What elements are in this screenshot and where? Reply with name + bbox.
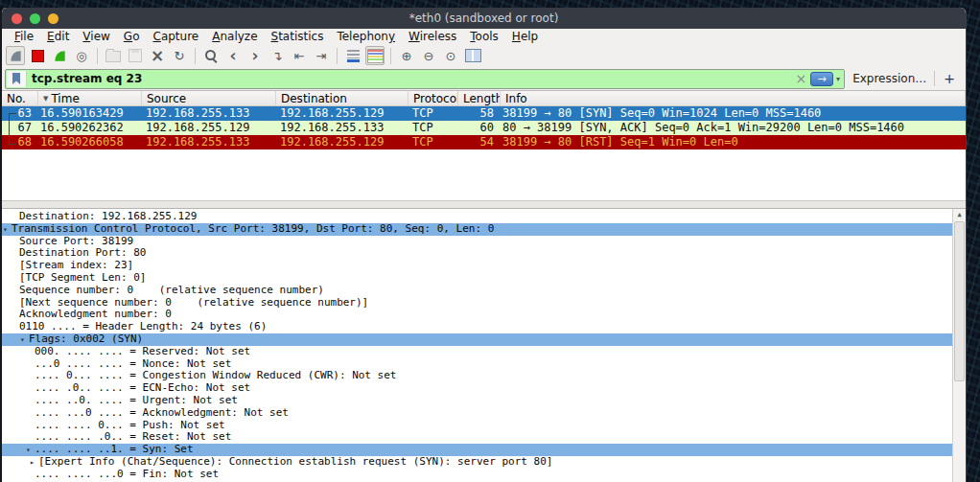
- menu-statistics[interactable]: Statistics: [265, 30, 331, 43]
- detail-row[interactable]: ▾.... .... ..1. = Syn: Set: [2, 444, 953, 456]
- menu-tools[interactable]: Tools: [463, 30, 505, 43]
- save-capture-icon[interactable]: [126, 46, 145, 65]
- expand-toggle-icon[interactable]: ▸: [30, 457, 35, 468]
- detail-row[interactable]: .... .... 0... = Push: Not set: [2, 420, 953, 432]
- details-scrollbar[interactable]: ▲: [952, 209, 966, 482]
- detail-text: 000. .... .... = Reserved: Not set: [35, 346, 250, 357]
- titlebar[interactable]: *eth0 (sandboxed or root): [2, 8, 966, 29]
- find-packet-icon[interactable]: [201, 46, 221, 65]
- cell-no: 67: [2, 121, 38, 135]
- add-filter-button[interactable]: +: [940, 71, 963, 86]
- column-header-info[interactable]: Info: [501, 91, 966, 105]
- close-capture-icon[interactable]: ×: [148, 46, 167, 65]
- next-packet-icon[interactable]: ›: [245, 46, 265, 65]
- toolbar-separator: [195, 48, 196, 64]
- collapse-toggle-icon[interactable]: ▾: [3, 224, 8, 235]
- restart-capture-icon[interactable]: [50, 46, 69, 65]
- detail-row[interactable]: .... 0... .... = Congestion Window Reduc…: [2, 370, 953, 382]
- cell-no: 63: [2, 106, 38, 121]
- zoom-100-icon[interactable]: ⊙: [441, 46, 460, 65]
- detail-row[interactable]: ...0 .... .... = Nonce: Not set: [2, 358, 953, 371]
- packet-row-63[interactable]: 6316.590163429192.168.255.133192.168.255…: [2, 106, 966, 121]
- resize-columns-icon[interactable]: [463, 46, 482, 65]
- detail-row[interactable]: Destination Port: 80: [2, 247, 953, 260]
- filter-dropdown-icon[interactable]: ▾: [835, 75, 844, 83]
- detail-text: .... 0... .... = Congestion Window Reduc…: [35, 370, 397, 381]
- detail-row[interactable]: .... ...0 .... = Acknowledgment: Not set: [2, 407, 953, 420]
- menu-edit[interactable]: Edit: [40, 30, 76, 43]
- filter-clear-icon[interactable]: ×: [791, 71, 810, 87]
- stop-capture-icon[interactable]: [28, 46, 47, 65]
- column-header-protocol[interactable]: Protocol: [408, 91, 458, 105]
- menu-analyze[interactable]: Analyze: [205, 30, 264, 43]
- detail-text: [Expert Info (Chat/Sequence): Connection…: [38, 456, 552, 468]
- packet-row-68[interactable]: 6816.590266058192.168.255.133192.168.255…: [2, 135, 966, 149]
- zoom-out-icon[interactable]: ⊖: [419, 46, 438, 65]
- detail-row[interactable]: 000. .... .... = Reserved: Not set: [2, 346, 953, 358]
- menu-wireless[interactable]: Wireless: [402, 30, 463, 43]
- sort-indicator-icon: ▼: [43, 95, 48, 103]
- detail-row[interactable]: [Stream index: 23]: [2, 260, 953, 272]
- detail-row[interactable]: ▾Transmission Control Protocol, Src Port…: [2, 223, 953, 236]
- go-to-packet-icon[interactable]: ↴: [268, 46, 287, 65]
- filter-apply-icon[interactable]: →: [810, 72, 833, 86]
- open-capture-icon[interactable]: [104, 46, 123, 65]
- column-header-destination[interactable]: Destination: [276, 91, 408, 105]
- column-header-no[interactable]: No.: [2, 91, 38, 105]
- detail-row[interactable]: .... ..0. .... = Urgent: Not set: [2, 395, 953, 407]
- colorize-packets-icon[interactable]: [365, 46, 385, 65]
- zoom-in-icon[interactable]: ⊕: [397, 46, 416, 65]
- collapse-toggle-icon[interactable]: ▾: [20, 334, 25, 345]
- detail-text: [TCP Segment Len: 0]: [19, 272, 146, 284]
- column-header-length[interactable]: Length: [458, 91, 501, 105]
- main-toolbar: ◎×↻‹›↴⇤⇥⊕⊖⊙: [2, 44, 966, 67]
- filter-text[interactable]: tcp.stream eq 23: [27, 72, 791, 85]
- menu-file[interactable]: File: [8, 30, 40, 43]
- maximize-button[interactable]: [30, 13, 40, 24]
- expression-button[interactable]: Expression…: [850, 72, 929, 85]
- display-filter-input[interactable]: tcp.stream eq 23 × → ▾: [5, 69, 845, 89]
- detail-row[interactable]: ▸[Expert Info (Chat/Sequence): Connectio…: [2, 456, 953, 469]
- detail-row[interactable]: .... .... ...0 = Fin: Not set: [2, 469, 953, 481]
- detail-row[interactable]: 0110 .... = Header Length: 24 bytes (6): [2, 321, 953, 333]
- minimize-button[interactable]: [48, 13, 58, 24]
- detail-row[interactable]: Sequence number: 0 (relative sequence nu…: [2, 285, 953, 297]
- menu-view[interactable]: View: [76, 30, 116, 43]
- start-capture-icon[interactable]: [6, 46, 25, 65]
- detail-row[interactable]: [Next sequence number: 0 (relative seque…: [2, 297, 953, 310]
- pane-splitter[interactable]: [2, 200, 966, 209]
- column-header-source[interactable]: Source: [142, 91, 276, 105]
- cell-length: 58: [458, 106, 501, 121]
- collapse-toggle-icon[interactable]: ▾: [26, 445, 31, 455]
- packet-details-pane: Destination: 192.168.255.129▾Transmissio…: [2, 209, 966, 482]
- detail-row[interactable]: Source Port: 38199: [2, 236, 953, 248]
- reload-capture-icon[interactable]: ↻: [170, 46, 189, 65]
- window-title: *eth0 (sandboxed or root): [2, 8, 966, 29]
- cell-destination: 192.168.255.129: [276, 106, 408, 121]
- close-button[interactable]: [12, 13, 22, 24]
- packet-row-67[interactable]: 6716.590262362192.168.255.129192.168.255…: [2, 121, 966, 135]
- menu-help[interactable]: Help: [505, 30, 545, 43]
- filter-bar-separator: [934, 71, 935, 86]
- detail-row[interactable]: [TCP Segment Len: 0]: [2, 272, 953, 285]
- detail-text: Acknowledgment number: 0: [19, 309, 172, 320]
- first-packet-icon[interactable]: ⇤: [290, 46, 309, 65]
- previous-packet-icon[interactable]: ‹: [223, 46, 243, 65]
- detail-row[interactable]: .... .... .0.. = Reset: Not set: [2, 431, 953, 444]
- filter-bookmark-icon[interactable]: [7, 71, 27, 87]
- detail-row[interactable]: Acknowledgment number: 0: [2, 309, 953, 321]
- column-label: Length: [463, 92, 501, 105]
- last-packet-icon[interactable]: ⇥: [312, 46, 331, 65]
- scrollbar-thumb[interactable]: [954, 221, 965, 381]
- detail-row[interactable]: .... .0.. .... = ECN-Echo: Not set: [2, 382, 953, 395]
- menu-capture[interactable]: Capture: [146, 30, 205, 43]
- detail-row[interactable]: ▾Flags: 0x002 (SYN): [2, 333, 953, 346]
- auto-scroll-icon[interactable]: [343, 46, 362, 65]
- menu-go[interactable]: Go: [117, 30, 147, 43]
- scroll-up-icon[interactable]: ▲: [953, 209, 966, 220]
- menu-telephony[interactable]: Telephony: [330, 30, 402, 43]
- detail-row[interactable]: Destination: 192.168.255.129: [2, 211, 953, 223]
- capture-options-icon[interactable]: ◎: [72, 46, 91, 65]
- column-label: Info: [505, 92, 527, 105]
- column-header-time[interactable]: ▼Time: [38, 91, 142, 105]
